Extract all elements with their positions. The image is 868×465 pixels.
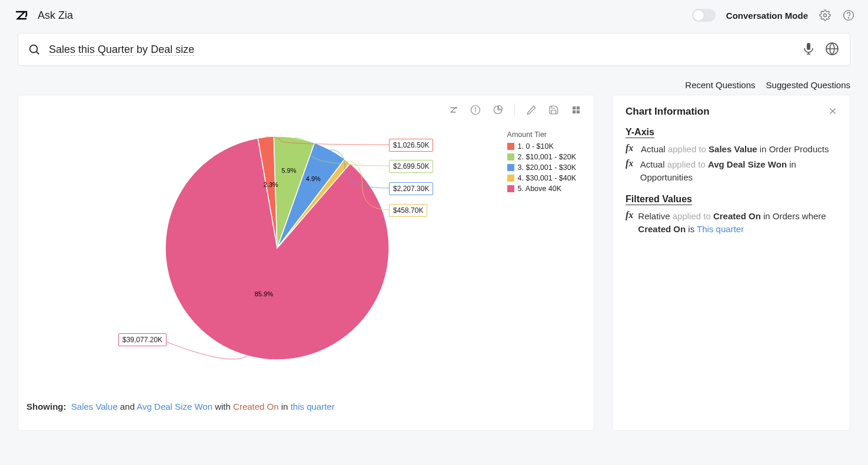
chart-value-callout: $1,026.50K (389, 139, 433, 152)
recent-questions-link[interactable]: Recent Questions (685, 80, 755, 90)
legend-item[interactable]: 5. Above 40K (507, 185, 576, 193)
yaxis-section-title: Y-Axis (626, 127, 654, 138)
conversation-mode-toggle[interactable] (692, 9, 716, 22)
showing-summary: Showing: Sales Value and Avg Deal Size W… (26, 402, 335, 412)
legend-item[interactable]: 3. $20,001 - $30K (507, 163, 576, 172)
svg-text:85.9%: 85.9% (255, 290, 273, 297)
svg-rect-10 (577, 106, 580, 109)
svg-point-2 (844, 11, 854, 21)
zia-logo-icon (13, 7, 29, 24)
sublinks: Recent Questions Suggested Questions (0, 66, 868, 95)
chart-toolbar (447, 103, 582, 116)
chart-legend: Amount Tier 1. 0 - $10K2. $10,001 - $20K… (507, 131, 576, 195)
search-input[interactable]: Sales this Quarter by Deal size (49, 44, 793, 56)
svg-point-6 (456, 108, 457, 109)
chart-value-callout: $39,077.20K (118, 333, 167, 346)
chart-card: 2.3%5.9%4.9%85.9% $1,026.50K$2,699.50K$2… (18, 95, 594, 431)
svg-rect-12 (577, 111, 580, 113)
zia-icon[interactable] (447, 104, 459, 116)
gear-icon[interactable] (819, 9, 832, 22)
microphone-icon[interactable] (802, 42, 817, 57)
svg-point-8 (475, 108, 475, 108)
chart-value-callout: $458.70K (389, 204, 427, 217)
svg-rect-9 (573, 106, 576, 109)
legend-item[interactable]: 4. $30,001 - $40K (507, 174, 576, 182)
svg-text:5.9%: 5.9% (281, 167, 296, 174)
grid-icon[interactable] (570, 104, 582, 116)
svg-text:2.3%: 2.3% (264, 181, 278, 188)
help-icon[interactable] (842, 9, 855, 22)
chart-value-callout: $2,207.30K (389, 182, 433, 195)
info-icon[interactable] (470, 104, 481, 116)
svg-point-4 (30, 45, 38, 53)
search-icon (28, 43, 41, 56)
svg-point-3 (848, 18, 849, 18)
chart-information-panel: Chart Information Y-Axis fx Actual appli… (612, 95, 850, 431)
svg-point-1 (824, 14, 827, 17)
close-icon[interactable] (827, 106, 838, 119)
app-title: Ask Zia (38, 9, 73, 22)
save-icon[interactable] (548, 104, 560, 116)
suggested-questions-link[interactable]: Suggested Questions (766, 80, 850, 90)
search-bar[interactable]: Sales this Quarter by Deal size (18, 33, 850, 66)
legend-item[interactable]: 1. 0 - $10K (507, 142, 576, 150)
filtered-section-title: Filtered Values (626, 194, 692, 205)
info-title: Chart Information (626, 106, 837, 118)
chart-value-callout: $2,699.50K (389, 160, 433, 173)
globe-icon[interactable] (825, 42, 840, 57)
edit-icon[interactable] (526, 104, 537, 116)
svg-text:4.9%: 4.9% (306, 175, 321, 182)
legend-item[interactable]: 2. $10,001 - $20K (507, 153, 576, 161)
chart-type-icon[interactable] (492, 104, 504, 116)
svg-rect-11 (573, 111, 576, 113)
app-header: Ask Zia Conversation Mode (0, 0, 868, 33)
legend-title: Amount Tier (507, 131, 576, 139)
conversation-mode-label: Conversation Mode (726, 11, 808, 21)
